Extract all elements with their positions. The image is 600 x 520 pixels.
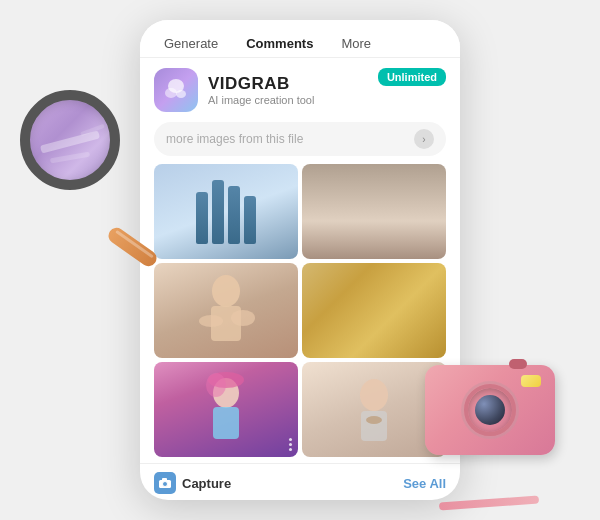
tab-comments[interactable]: Comments (232, 30, 327, 57)
person-svg-5 (181, 365, 271, 455)
cell-5-dots (289, 438, 292, 451)
image-cell-5[interactable] (154, 362, 298, 457)
camera-lens-inner (475, 395, 505, 425)
camera-strap (439, 496, 539, 511)
svg-point-1 (165, 88, 177, 98)
image-content-6 (302, 362, 446, 457)
capture-button[interactable]: Capture (154, 472, 231, 494)
svg-rect-12 (361, 411, 387, 441)
image-content-2 (302, 164, 446, 259)
image-content-3 (154, 263, 298, 358)
svg-point-2 (176, 90, 186, 98)
app-logo (154, 68, 198, 112)
camera-lens (464, 384, 516, 436)
svg-point-13 (366, 416, 382, 424)
svg-point-3 (212, 275, 240, 307)
image-cell-2[interactable] (302, 164, 446, 259)
app-subtitle: AI image creation tool (208, 94, 446, 106)
person-svg-6 (329, 365, 419, 455)
image-cell-3[interactable] (154, 263, 298, 358)
svg-point-10 (206, 373, 226, 397)
person-svg-3 (181, 266, 271, 356)
app-header: VIDGRAB AI image creation tool Unlimited (140, 58, 460, 118)
svg-rect-16 (162, 478, 167, 481)
tab-more[interactable]: More (327, 30, 385, 57)
search-bar[interactable]: more images from this file › (154, 122, 446, 156)
svg-point-15 (163, 482, 168, 487)
svg-rect-8 (213, 407, 239, 439)
magnifier-lens (20, 90, 120, 190)
search-placeholder: more images from this file (166, 132, 414, 146)
svg-point-6 (231, 310, 255, 326)
camera-flash (521, 375, 541, 387)
unlimited-badge: Unlimited (378, 68, 446, 86)
image-content-4 (302, 263, 446, 358)
phone-frame: Generate Comments More VIDGRAB AI image … (140, 20, 460, 500)
footer: Capture See All (140, 463, 460, 500)
camera-icon (154, 472, 176, 494)
image-grid (140, 164, 460, 457)
image-cell-4[interactable] (302, 263, 446, 358)
magnifier-decoration (20, 90, 150, 220)
svg-point-11 (360, 379, 388, 411)
tab-generate[interactable]: Generate (150, 30, 232, 57)
svg-point-5 (199, 315, 223, 327)
camera-shutter-button (509, 359, 527, 369)
capture-label: Capture (182, 476, 231, 491)
search-button[interactable]: › (414, 129, 434, 149)
image-content-1 (154, 164, 298, 259)
tab-bar: Generate Comments More (140, 20, 460, 58)
see-all-button[interactable]: See All (403, 476, 446, 491)
image-cell-1[interactable] (154, 164, 298, 259)
image-cell-6[interactable] (302, 362, 446, 457)
image-content-5 (154, 362, 298, 457)
bottles-illustration (196, 180, 256, 244)
